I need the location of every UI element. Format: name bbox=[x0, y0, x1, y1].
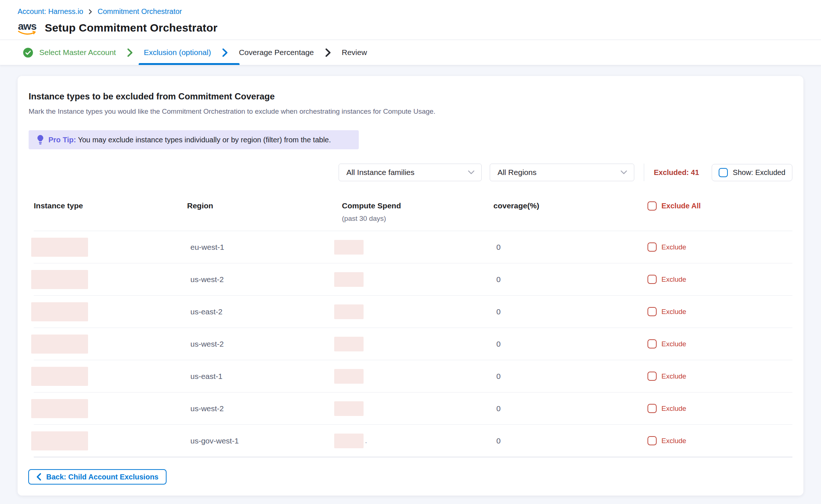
exclude-checkbox[interactable] bbox=[647, 275, 657, 284]
coverage-cell: 0 bbox=[493, 307, 647, 316]
exclude-row-control[interactable]: Exclude bbox=[647, 372, 792, 381]
back-button-label: Back: Child Account Exclusions bbox=[46, 473, 158, 481]
breadcrumb-page-link[interactable]: Commitment Orchestrator bbox=[98, 7, 182, 16]
compute-spend-redacted-value bbox=[334, 337, 364, 351]
exclude-row-control[interactable]: Exclude bbox=[647, 242, 792, 252]
chevron-right-icon bbox=[325, 48, 331, 57]
chevron-down-icon bbox=[620, 170, 627, 175]
exclude-label: Exclude bbox=[661, 372, 686, 380]
chevron-right-icon bbox=[222, 48, 228, 57]
step-review[interactable]: Review bbox=[342, 40, 367, 65]
coverage-cell: 0 bbox=[493, 243, 647, 252]
column-header-instance-type: Instance type bbox=[34, 201, 187, 210]
chevron-left-icon bbox=[36, 473, 41, 481]
exclude-checkbox[interactable] bbox=[647, 404, 657, 413]
exclude-all-checkbox[interactable] bbox=[647, 201, 657, 211]
coverage-cell: 0 bbox=[493, 340, 647, 348]
show-excluded-checkbox[interactable] bbox=[719, 168, 728, 177]
compute-spend-redacted-value bbox=[334, 369, 364, 384]
excluded-count-badge: Excluded: 41 bbox=[654, 168, 699, 177]
region-cell: eu-west-1 bbox=[187, 243, 342, 252]
instance-type-redacted-value bbox=[31, 399, 88, 418]
exclude-checkbox[interactable] bbox=[647, 307, 657, 316]
table-row: us-west-20Exclude bbox=[34, 328, 792, 360]
exclusion-panel: Instance types to be excluded from Commi… bbox=[18, 76, 803, 496]
panel-heading: Instance types to be excluded from Commi… bbox=[29, 91, 792, 102]
column-header-compute-spend-sub: (past 30 days) bbox=[342, 215, 493, 223]
exclude-row-control[interactable]: Exclude bbox=[647, 436, 792, 445]
compute-spend-redacted-value bbox=[334, 272, 364, 287]
table-divider bbox=[34, 457, 792, 457]
panel-description: Mark the Instance types you would like t… bbox=[29, 107, 792, 116]
region-cell: us-gov-west-1 bbox=[187, 437, 342, 445]
back-button[interactable]: Back: Child Account Exclusions bbox=[28, 469, 167, 485]
instance-type-redacted-value bbox=[31, 431, 88, 450]
compute-spend-redacted-value bbox=[334, 434, 364, 448]
exclude-checkbox[interactable] bbox=[647, 339, 657, 348]
instance-type-redacted-value bbox=[31, 335, 88, 354]
exclude-row-control[interactable]: Exclude bbox=[647, 307, 792, 316]
pro-tip-label: Pro Tip: bbox=[48, 136, 76, 144]
compute-spend-redacted-value bbox=[334, 304, 364, 319]
exclude-all-control[interactable]: Exclude All bbox=[647, 201, 792, 211]
exclude-row-control[interactable]: Exclude bbox=[647, 404, 792, 413]
table-body: eu-west-10Excludeus-west-20Excludeus-eas… bbox=[34, 231, 792, 457]
compute-spend-redacted-value bbox=[334, 240, 364, 255]
page-title: Setup Commitment Orchestrator bbox=[45, 22, 218, 34]
instance-family-dropdown-value: All Instance families bbox=[346, 168, 415, 177]
region-cell: us-west-2 bbox=[187, 404, 342, 413]
filter-row: All Instance families All Regions Exclud… bbox=[29, 164, 792, 181]
breadcrumb-chevron-icon bbox=[88, 9, 92, 15]
column-header-compute-spend: Compute Spend (past 30 days) bbox=[342, 201, 493, 223]
aws-logo-text: aws bbox=[18, 22, 36, 31]
page-header: Account: Harness.io Commitment Orchestra… bbox=[0, 0, 821, 40]
table-row: us-east-20Exclude bbox=[34, 296, 792, 328]
region-dropdown[interactable]: All Regions bbox=[490, 164, 634, 181]
check-circle-icon bbox=[23, 47, 33, 58]
table-row: eu-west-10Exclude bbox=[34, 231, 792, 263]
breadcrumb: Account: Harness.io Commitment Orchestra… bbox=[18, 7, 803, 16]
spend-trailing-text: . bbox=[365, 437, 367, 445]
column-header-coverage: coverage(%) bbox=[493, 201, 647, 210]
region-cell: us-west-2 bbox=[187, 275, 342, 284]
region-cell: us-east-1 bbox=[187, 372, 342, 381]
pro-tip-banner: Pro Tip: You may exclude instance types … bbox=[29, 130, 359, 149]
show-excluded-toggle[interactable]: Show: Excluded bbox=[712, 164, 792, 181]
step-coverage-percentage[interactable]: Coverage Percentage bbox=[239, 40, 314, 65]
table-row: us-west-20Exclude bbox=[34, 263, 792, 295]
column-header-region: Region bbox=[187, 201, 342, 210]
exclude-label: Exclude bbox=[661, 340, 686, 348]
exclude-label: Exclude bbox=[661, 405, 686, 413]
region-dropdown-value: All Regions bbox=[497, 168, 536, 177]
exclude-all-label: Exclude All bbox=[661, 202, 701, 210]
exclude-label: Exclude bbox=[661, 437, 686, 445]
instance-type-redacted-value bbox=[31, 270, 88, 289]
step-label: Review bbox=[342, 48, 367, 57]
exclude-checkbox[interactable] bbox=[647, 372, 657, 381]
region-cell: us-west-2 bbox=[187, 340, 342, 348]
step-exclusion[interactable]: Exclusion (optional) bbox=[144, 40, 211, 65]
coverage-cell: 0 bbox=[493, 404, 647, 413]
lightbulb-icon bbox=[37, 135, 44, 145]
table-row: us-gov-west-1.0Exclude bbox=[34, 425, 792, 457]
exclude-checkbox[interactable] bbox=[647, 436, 657, 445]
instance-type-redacted-value bbox=[31, 367, 88, 386]
aws-logo: aws bbox=[18, 22, 37, 35]
step-select-master-account[interactable]: Select Master Account bbox=[23, 40, 116, 65]
exclude-label: Exclude bbox=[661, 243, 686, 251]
instance-type-redacted-value bbox=[31, 302, 88, 321]
exclude-checkbox[interactable] bbox=[647, 242, 657, 252]
exclude-row-control[interactable]: Exclude bbox=[647, 275, 792, 284]
exclude-row-control[interactable]: Exclude bbox=[647, 339, 792, 348]
vertical-divider bbox=[644, 164, 644, 181]
region-cell: us-east-2 bbox=[187, 307, 342, 316]
table-row: us-east-10Exclude bbox=[34, 360, 792, 392]
step-label: Select Master Account bbox=[39, 48, 116, 57]
instance-family-dropdown[interactable]: All Instance families bbox=[339, 164, 482, 181]
step-label: Exclusion (optional) bbox=[144, 48, 211, 57]
coverage-cell: 0 bbox=[493, 372, 647, 381]
aws-smile-icon bbox=[18, 30, 37, 35]
coverage-cell: 0 bbox=[493, 437, 647, 445]
table-row: us-west-20Exclude bbox=[34, 392, 792, 424]
breadcrumb-account-link[interactable]: Account: Harness.io bbox=[18, 7, 83, 16]
